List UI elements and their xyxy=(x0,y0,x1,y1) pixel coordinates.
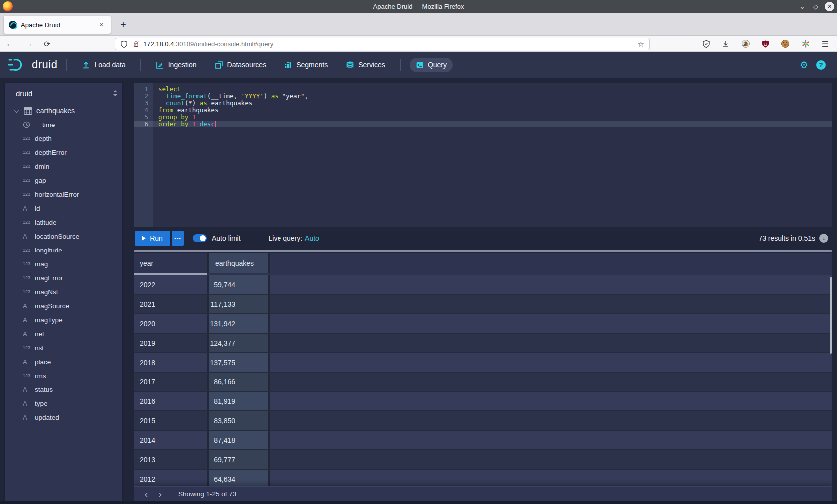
sidebar-column-net[interactable]: Anet xyxy=(5,327,122,341)
download-icon[interactable] xyxy=(722,40,730,48)
sort-icon[interactable] xyxy=(112,89,118,97)
year-cell[interactable]: 2017 xyxy=(134,373,207,391)
nav-item-services[interactable]: Services xyxy=(340,58,391,72)
line-number: 6 xyxy=(134,121,153,127)
earthquakes-cell[interactable]: 69,777 xyxy=(209,450,268,469)
earthquakes-cell[interactable]: 137,575 xyxy=(209,353,268,372)
sidebar-column-updated[interactable]: Aupdated xyxy=(5,410,122,424)
line-number: 2 xyxy=(136,93,148,100)
sidebar-column-type[interactable]: Atype xyxy=(5,396,122,410)
services-icon xyxy=(346,61,354,69)
bookmark-star-icon[interactable]: ☆ xyxy=(638,40,644,49)
sidebar-column-magSource[interactable]: AmagSource xyxy=(5,299,122,313)
code-line-1[interactable]: select xyxy=(153,86,832,93)
nav-item-load-data[interactable]: Load data xyxy=(76,58,131,72)
nav-item-segments[interactable]: Segments xyxy=(278,58,334,72)
nav-item-datasources[interactable]: Datasources xyxy=(209,58,273,72)
cookie-extension-icon[interactable] xyxy=(781,39,790,48)
nav-item-query[interactable]: Query xyxy=(410,58,453,72)
sidebar-column-place[interactable]: Aplace xyxy=(5,355,122,369)
year-cell[interactable]: 2012 xyxy=(134,470,207,488)
sidebar-column-magError[interactable]: 123magError xyxy=(5,271,122,285)
earthquakes-cell[interactable]: 87,418 xyxy=(209,431,268,449)
window-restore-icon[interactable]: ◇ xyxy=(811,3,820,10)
nav-item-ingestion[interactable]: Ingestion xyxy=(150,58,203,72)
window-minimize-icon[interactable]: ⌄ xyxy=(798,3,807,10)
window-close-icon[interactable]: ✕ xyxy=(825,2,834,11)
help-icon[interactable]: ? xyxy=(816,60,826,70)
sidebar-column-horizontalError[interactable]: 123horizontalError xyxy=(5,187,122,201)
code-line-5[interactable]: group by 1 xyxy=(153,114,832,121)
horizontal-scrollbar[interactable] xyxy=(134,250,832,252)
earthquakes-cell[interactable]: 83,850 xyxy=(209,411,268,430)
download-results-icon[interactable]: ↓ xyxy=(819,234,828,243)
year-cell[interactable]: 2021 xyxy=(134,295,207,313)
column-header-earthquakes[interactable]: earthquakes xyxy=(209,253,268,273)
earthquakes-cell[interactable]: 117,133 xyxy=(209,295,268,313)
sidebar-column-longitude[interactable]: 123longitude xyxy=(5,243,122,257)
menu-hamburger-icon[interactable]: ☰ xyxy=(822,39,829,49)
year-cell[interactable]: 2016 xyxy=(134,392,207,410)
year-cell[interactable]: 2019 xyxy=(134,334,207,352)
sidebar-column-__time[interactable]: __time xyxy=(5,118,122,131)
next-page-icon[interactable]: › xyxy=(154,488,166,500)
sidebar-column-magNst[interactable]: 123magNst xyxy=(5,285,122,299)
previous-page-icon[interactable]: ‹ xyxy=(140,488,152,500)
sidebar-column-id[interactable]: Aid xyxy=(5,201,122,215)
address-bar[interactable]: 172.18.0.4:30109/unified-console.html#qu… xyxy=(115,38,650,50)
sidebar-column-mag[interactable]: 123mag xyxy=(5,257,122,271)
year-cell[interactable]: 2018 xyxy=(134,353,207,372)
column-label: locationSource xyxy=(35,233,79,240)
ublock-icon[interactable] xyxy=(762,40,769,48)
year-cell[interactable]: 2014 xyxy=(134,431,207,449)
live-query-value[interactable]: Auto xyxy=(305,234,319,242)
sidebar-column-dmin[interactable]: 123dmin xyxy=(5,159,122,173)
earthquakes-cell[interactable]: 81,919 xyxy=(209,392,268,410)
year-cell[interactable]: 2020 xyxy=(134,314,207,333)
code-line-4[interactable]: from earthquakes xyxy=(153,107,832,114)
earthquakes-cell[interactable]: 59,744 xyxy=(209,275,268,294)
year-cell[interactable]: 2013 xyxy=(134,450,207,469)
container-extension-icon[interactable] xyxy=(741,39,750,48)
column-header-year[interactable]: year xyxy=(134,253,207,273)
year-cell[interactable]: 2022 xyxy=(134,275,207,294)
code-line-3[interactable]: count(*) as earthquakes xyxy=(153,100,832,107)
sidebar-column-depth[interactable]: 123depth xyxy=(5,131,122,145)
pocket-shield-icon[interactable] xyxy=(702,40,710,48)
earthquakes-cell[interactable]: 64,634 xyxy=(209,470,268,488)
vertical-scrollbar[interactable] xyxy=(830,277,832,354)
settings-gear-icon[interactable]: ⚙ xyxy=(800,59,808,71)
year-cell[interactable]: 2015 xyxy=(134,411,207,430)
number-type-icon: 123 xyxy=(23,275,35,280)
sidebar-column-magType[interactable]: AmagType xyxy=(5,313,122,327)
sidebar-item-earthquakes[interactable]: earthquakes xyxy=(5,104,122,118)
sidebar-column-rms[interactable]: 123rms xyxy=(5,369,122,382)
tab-close-icon[interactable]: ✕ xyxy=(97,21,106,29)
more-options-button[interactable]: ••• xyxy=(172,231,184,246)
earthquakes-cell[interactable]: 86,166 xyxy=(209,373,268,391)
auto-limit-toggle[interactable] xyxy=(193,234,207,242)
result-row-2014: 201487,418 xyxy=(134,431,832,450)
earthquakes-cell[interactable]: 124,377 xyxy=(209,334,268,352)
reload-icon[interactable]: ⟳ xyxy=(44,39,50,49)
sql-editor[interactable]: 123456 select time_format(__time, 'YYYY'… xyxy=(134,83,832,227)
forward-icon[interactable]: → xyxy=(25,39,33,48)
sidebar-column-latitude[interactable]: 123latitude xyxy=(5,215,122,229)
sidebar-column-nst[interactable]: 123nst xyxy=(5,341,122,355)
browser-tab[interactable]: Apache Druid ✕ xyxy=(4,16,111,34)
sidebar-column-status[interactable]: Astatus xyxy=(5,382,122,396)
druid-brand[interactable]: druid xyxy=(8,57,57,72)
colorful-asterisk-extension-icon[interactable] xyxy=(801,39,810,48)
back-icon[interactable]: ← xyxy=(6,39,14,48)
chevron-down-icon[interactable] xyxy=(14,107,19,113)
column-label: longitude xyxy=(35,247,62,254)
earthquakes-cell[interactable]: 131,942 xyxy=(209,314,268,333)
sidebar-column-locationSource[interactable]: AlocationSource xyxy=(5,229,122,243)
new-tab-button[interactable]: + xyxy=(116,17,131,32)
run-button[interactable]: Run xyxy=(135,231,170,246)
sidebar-column-gap[interactable]: 123gap xyxy=(5,173,122,187)
sidebar-column-depthError[interactable]: 123depthError xyxy=(5,145,122,159)
code-line-2[interactable]: time_format(__time, 'YYYY') as "year", xyxy=(153,93,832,100)
editor-code[interactable]: select time_format(__time, 'YYYY') as "y… xyxy=(153,83,832,227)
code-line-6[interactable]: order by 1 desc xyxy=(153,121,832,127)
